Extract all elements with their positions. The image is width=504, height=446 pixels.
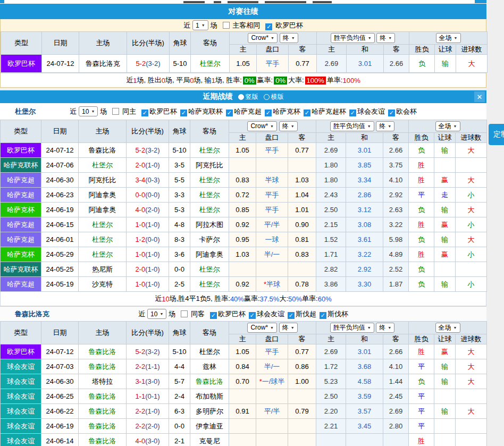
away-team[interactable]: 杜堡尔 xyxy=(190,143,229,158)
home-team[interactable]: 鲁森比洛克 xyxy=(79,55,127,73)
result-wdl: 负 xyxy=(409,143,434,158)
result-goals xyxy=(456,389,487,404)
home-team[interactable]: 阿迪拿奥 xyxy=(79,188,127,203)
home-team[interactable]: 鲁森比洛 xyxy=(79,143,127,158)
home-team[interactable]: 鲁森比洛 xyxy=(79,389,127,404)
away-team[interactable]: 阿克托比 xyxy=(190,158,229,173)
home-team[interactable]: 热尼斯 xyxy=(79,262,127,277)
crow-home-odds: 0.85 xyxy=(229,203,256,217)
away-team[interactable]: 多明萨尔 xyxy=(190,404,229,419)
chevron-down-icon: ▼ xyxy=(453,124,457,128)
home-team[interactable]: 阿迪拿奥 xyxy=(79,203,127,217)
score: 2-2(1-0) xyxy=(127,404,169,419)
match-date: 24-06-30 xyxy=(41,173,79,188)
recent-title: 近期战绩 xyxy=(203,92,233,102)
home-team[interactable]: 鲁森比洛 xyxy=(79,419,127,434)
home-team[interactable]: 沙克特 xyxy=(79,277,127,292)
avg-stage-select[interactable]: 终▼ xyxy=(376,33,395,43)
same-away-checkbox[interactable]: 同客 xyxy=(178,309,205,319)
away-team[interactable]: 杜堡尔 xyxy=(190,188,229,203)
away-team[interactable]: 杜堡尔 xyxy=(190,203,229,217)
avg-odds-select[interactable]: 胜平负均值▼ xyxy=(330,323,374,333)
teamB-count-select[interactable]: 10 ▼ xyxy=(147,309,166,319)
teamB-title[interactable]: 鲁森比洛克 xyxy=(15,309,49,319)
odds-stage-select[interactable]: 终▼ xyxy=(280,33,298,43)
horizontal-radio[interactable] xyxy=(264,94,270,100)
away-team[interactable]: 杜堡尔 xyxy=(190,344,229,359)
avg-home-odds: 2.50 xyxy=(316,389,346,404)
league-checkbox[interactable]: ✓ 欧罗巴杯 xyxy=(262,21,303,30)
corners: 5-3 xyxy=(169,203,190,217)
home-team[interactable]: 杜堡尔 xyxy=(79,158,127,173)
league-checkbox[interactable]: ✓欧罗巴杯 xyxy=(207,310,246,318)
table-row: 欧罗巴杯 24-07-12 鲁森比洛 5-2(3-2) 5-10 杜堡尔 1.0… xyxy=(1,344,487,359)
teamA-title[interactable]: 杜堡尔 xyxy=(15,107,36,116)
chevron-down-icon: ▼ xyxy=(270,326,274,330)
avg-stage-select[interactable]: 终▼ xyxy=(376,121,394,131)
score: 1-1(0-1) xyxy=(127,389,169,404)
crow-away-odds: 0.86 xyxy=(288,359,316,374)
league-checkbox[interactable]: ✓哈萨克联杯 xyxy=(177,107,223,115)
away-team[interactable]: 杜堡尔 xyxy=(191,55,230,73)
away-team[interactable]: 杜堡尔 xyxy=(190,277,229,292)
league-checkbox[interactable]: ✓欧罗巴杯 xyxy=(138,107,177,115)
away-team[interactable]: 伊拿迪亚 xyxy=(190,419,229,434)
league-checkbox[interactable]: ✓球会友谊 xyxy=(346,107,385,115)
league-checkbox[interactable]: ✓哈萨克超杯 xyxy=(300,107,346,115)
avg-away-odds: 2.66 xyxy=(384,55,409,73)
home-team[interactable]: 鲁森比洛 xyxy=(79,434,127,446)
h2h-table: 类型 日期 主场 比分(半场) 角球 客场 Crow*▼ 终▼ 胜平负均值▼ 终… xyxy=(1,31,488,73)
result-handicap xyxy=(434,158,456,173)
h2h-count-select[interactable]: 1 ▼ xyxy=(192,20,208,30)
corners: 3-3 xyxy=(169,188,190,203)
home-team[interactable]: 鲁森比洛 xyxy=(79,344,127,359)
avg-odds-select[interactable]: 胜平负均值▼ xyxy=(330,121,374,131)
odds-stage-select[interactable]: 终▼ xyxy=(279,121,298,131)
league-checkbox[interactable]: ✓斯伐超 xyxy=(284,310,316,318)
scope-select[interactable]: 全场▼ xyxy=(435,121,460,131)
home-team[interactable]: 阿克托比 xyxy=(79,173,127,188)
result-wdl: 负 xyxy=(409,374,434,389)
odds-company-select[interactable]: Crow*▼ xyxy=(247,323,277,333)
avg-stage-select[interactable]: 终▼ xyxy=(376,323,394,333)
avg-away-odds xyxy=(383,434,409,446)
crow-home-odds: 0.95 xyxy=(229,232,256,247)
same-home-checkbox[interactable]: 同主 xyxy=(109,107,136,116)
scope-select[interactable]: 全场▼ xyxy=(436,33,461,43)
away-team[interactable]: 鲁森比洛 xyxy=(190,374,229,389)
avg-odds-select[interactable]: 胜平负均值▼ xyxy=(331,33,375,43)
home-team[interactable]: 塔特拉 xyxy=(79,374,127,389)
odds-stage-select[interactable]: 终▼ xyxy=(279,323,298,333)
crow-away-odds xyxy=(288,419,316,434)
table-row: 球会友谊 24-07-03 鲁森比洛 2-2(1-1) 4-4 兹林 0.84 … xyxy=(1,359,487,374)
league-checkbox[interactable]: ✓欧会杯 xyxy=(385,107,417,115)
away-team[interactable]: 兹林 xyxy=(190,359,229,374)
home-team[interactable]: 鲁森比洛 xyxy=(79,359,127,374)
away-team[interactable]: 杜堡尔 xyxy=(190,262,229,277)
away-team[interactable]: 阿拉木图 xyxy=(190,217,229,232)
league-checkbox[interactable]: ✓球会友谊 xyxy=(246,310,284,318)
scope-select[interactable]: 全场▼ xyxy=(435,323,460,333)
home-team[interactable]: 鲁森比洛 xyxy=(79,404,127,419)
vertical-radio[interactable] xyxy=(238,94,244,100)
home-team[interactable]: 杜堡尔 xyxy=(79,217,127,232)
odds-company-select[interactable]: Crow*▼ xyxy=(247,121,277,131)
odds-company-select[interactable]: Crow*▼ xyxy=(248,33,278,43)
teamA-count-select[interactable]: 10 ▼ xyxy=(79,106,98,116)
away-team[interactable]: 布加勒斯 xyxy=(190,389,229,404)
home-team[interactable]: 杜堡尔 xyxy=(79,232,127,247)
close-icon[interactable]: ✕ xyxy=(474,91,485,102)
customize-button[interactable]: 定制 xyxy=(489,124,504,145)
away-team[interactable]: 杜堡尔 xyxy=(190,173,229,188)
league-checkbox[interactable]: ✓哈萨克杯 xyxy=(262,107,300,115)
away-team[interactable]: 阿迪拿奥 xyxy=(190,247,229,262)
avg-away-odds: 4.10 xyxy=(383,173,409,188)
same-home-away-checkbox[interactable]: 主客相同 xyxy=(220,21,261,30)
away-team[interactable]: 克曼尼 xyxy=(190,434,229,446)
avg-away-odds: 3.75 xyxy=(383,158,409,173)
type-badge: 球会友谊 xyxy=(1,359,41,374)
league-checkbox[interactable]: ✓斯伐杯 xyxy=(316,310,348,318)
league-checkbox[interactable]: ✓哈萨克超 xyxy=(223,107,262,115)
away-team[interactable]: 卡萨尔 xyxy=(190,232,229,247)
home-team[interactable]: 杜堡尔 xyxy=(79,247,127,262)
